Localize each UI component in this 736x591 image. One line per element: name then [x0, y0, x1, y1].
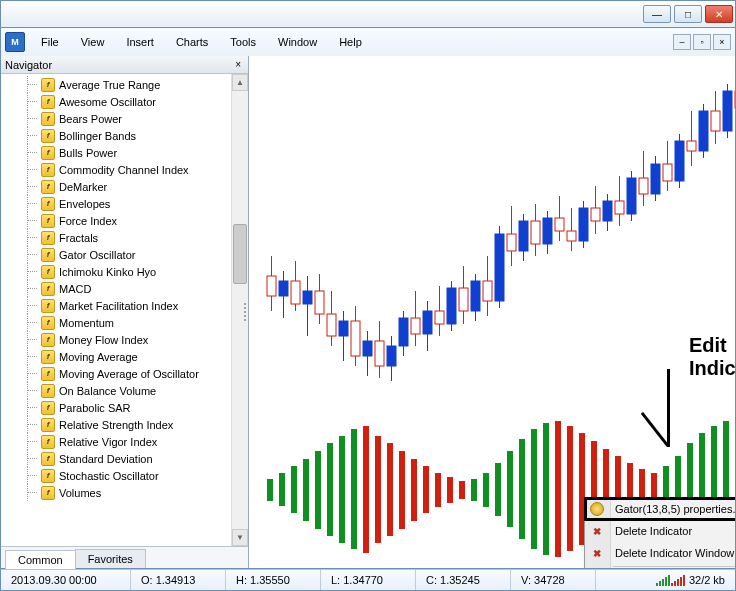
navigator-close-icon[interactable]: × — [232, 59, 244, 70]
navigator-item[interactable]: fOn Balance Volume — [7, 382, 248, 399]
navigator-item[interactable]: fMomentum — [7, 314, 248, 331]
navigator-item[interactable]: fStandard Deviation — [7, 450, 248, 467]
mdi-minimize-button[interactable]: – — [673, 34, 691, 50]
navigator-item[interactable]: fMoving Average — [7, 348, 248, 365]
delete-window-icon: ✖ — [589, 545, 605, 561]
annotation-line — [667, 369, 670, 447]
svg-rect-73 — [699, 111, 708, 151]
menu-help[interactable]: Help — [329, 32, 372, 52]
menu-tools[interactable]: Tools — [220, 32, 266, 52]
minimize-button[interactable]: — — [643, 5, 671, 23]
svg-rect-90 — [351, 429, 357, 491]
navigator-item[interactable]: fForce Index — [7, 212, 248, 229]
function-icon: f — [41, 265, 55, 279]
navigator-item[interactable]: fStochastic Oscillator — [7, 467, 248, 484]
navigator-item-label: Bears Power — [59, 113, 122, 125]
navigator-item[interactable]: fBulls Power — [7, 144, 248, 161]
navigator-item[interactable]: fParabolic SAR — [7, 399, 248, 416]
navigator-tree[interactable]: fAverage True RangefAwesome OscillatorfB… — [1, 74, 248, 546]
svg-rect-25 — [411, 318, 420, 334]
navigator-item[interactable]: fMACD — [7, 280, 248, 297]
status-date: 2013.09.30 00:00 — [1, 570, 131, 590]
menu-window[interactable]: Window — [268, 32, 327, 52]
function-icon: f — [41, 469, 55, 483]
svg-rect-99 — [459, 481, 465, 491]
navigator-item-label: Average True Range — [59, 79, 160, 91]
function-icon: f — [41, 248, 55, 262]
svg-rect-119 — [699, 433, 705, 491]
navigator-item[interactable]: fGator Oscillator — [7, 246, 248, 263]
navigator-item[interactable]: fMoving Average of Oscillator — [7, 365, 248, 382]
navigator-item-label: Stochastic Oscillator — [59, 470, 159, 482]
svg-rect-149 — [567, 491, 573, 551]
function-icon: f — [41, 129, 55, 143]
navigator-item[interactable]: fEnvelopes — [7, 195, 248, 212]
navigator-item[interactable]: fMoney Flow Index — [7, 331, 248, 348]
navigator-item[interactable]: fAwesome Oscillator — [7, 93, 248, 110]
mdi-restore-button[interactable]: ▫ — [693, 34, 711, 50]
svg-rect-33 — [459, 288, 468, 311]
navigator-item[interactable]: fVolumes — [7, 484, 248, 501]
function-icon: f — [41, 197, 55, 211]
svg-rect-61 — [627, 178, 636, 214]
menu-item-delete-window[interactable]: ✖ Delete Indicator Window — [585, 542, 735, 564]
navigator-item[interactable]: fDeMarker — [7, 178, 248, 195]
navigator-item-label: On Balance Volume — [59, 385, 156, 397]
scroll-thumb[interactable] — [233, 224, 247, 284]
svg-rect-57 — [603, 201, 612, 221]
svg-rect-141 — [471, 491, 477, 501]
chart-area[interactable]: Edit Indicator Gator(13,8,5) properties.… — [249, 56, 735, 568]
navigator-item[interactable]: fBears Power — [7, 110, 248, 127]
menu-file[interactable]: File — [31, 32, 69, 52]
navigator-item[interactable]: fBollinger Bands — [7, 127, 248, 144]
navigator-item-label: Moving Average of Oscillator — [59, 368, 199, 380]
function-icon: f — [41, 316, 55, 330]
svg-rect-83 — [267, 479, 273, 491]
svg-rect-29 — [435, 311, 444, 324]
svg-rect-133 — [375, 491, 381, 543]
navigator-item-label: Ichimoku Kinko Hyo — [59, 266, 156, 278]
navigator-item[interactable]: fRelative Strength Index — [7, 416, 248, 433]
navigator-item-label: Parabolic SAR — [59, 402, 131, 414]
navigator-item[interactable]: fIchimoku Kinko Hyo — [7, 263, 248, 280]
svg-rect-137 — [423, 491, 429, 513]
svg-rect-39 — [495, 234, 504, 301]
tab-favorites[interactable]: Favorites — [75, 549, 146, 568]
svg-rect-135 — [399, 491, 405, 529]
navigator-item[interactable]: fCommodity Channel Index — [7, 161, 248, 178]
menu-view[interactable]: View — [71, 32, 115, 52]
status-close: C: 1.35245 — [416, 570, 511, 590]
tab-common[interactable]: Common — [5, 550, 76, 569]
status-connection: 32/2 kb — [646, 570, 735, 590]
navigator-item[interactable]: fMarket Facilitation Index — [7, 297, 248, 314]
navigator-item-label: Awesome Oscillator — [59, 96, 156, 108]
menu-item-label: Gator(13,8,5) properties... — [615, 503, 735, 515]
svg-rect-100 — [471, 479, 477, 491]
navigator-item[interactable]: fAverage True Range — [7, 76, 248, 93]
navigator-item-label: Volumes — [59, 487, 101, 499]
menu-charts[interactable]: Charts — [166, 32, 218, 52]
menu-item-properties[interactable]: Gator(13,8,5) properties... — [585, 498, 735, 520]
panel-resize-grip[interactable] — [242, 292, 248, 332]
svg-rect-35 — [471, 281, 480, 311]
maximize-button[interactable]: □ — [674, 5, 702, 23]
scroll-down-button[interactable]: ▼ — [232, 529, 248, 546]
scroll-up-button[interactable]: ▲ — [232, 74, 248, 91]
function-icon: f — [41, 452, 55, 466]
menu-item-delete-indicator[interactable]: ✖ Delete Indicator — [585, 520, 735, 542]
mdi-close-button[interactable]: × — [713, 34, 731, 50]
close-button[interactable]: ✕ — [705, 5, 733, 23]
menu-insert[interactable]: Insert — [116, 32, 164, 52]
svg-rect-144 — [507, 491, 513, 527]
svg-rect-27 — [423, 311, 432, 334]
svg-rect-7 — [303, 291, 312, 304]
svg-rect-132 — [363, 491, 369, 553]
navigator-item-label: DeMarker — [59, 181, 107, 193]
candlestick-chart — [249, 56, 735, 416]
svg-rect-107 — [555, 421, 561, 491]
function-icon: f — [41, 350, 55, 364]
navigator-item[interactable]: fFractals — [7, 229, 248, 246]
svg-rect-77 — [723, 91, 732, 131]
navigator-item-label: Envelopes — [59, 198, 110, 210]
navigator-item[interactable]: fRelative Vigor Index — [7, 433, 248, 450]
